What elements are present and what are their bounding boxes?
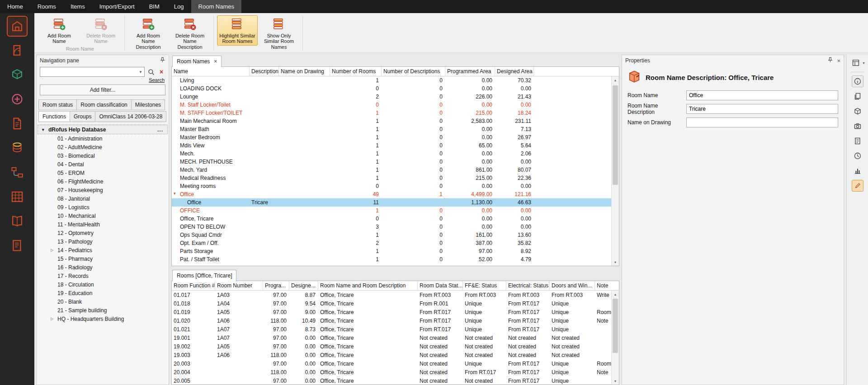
tree-root-menu-icon[interactable]: ... [157,127,168,133]
pin-icon[interactable] [827,57,833,64]
room-name-row[interactable]: Ops Squad Cmdr10161.0013.60 [172,231,611,239]
chart-icon[interactable] [852,165,863,177]
tree-item-01-administration[interactable]: 01 - Administration [37,134,169,143]
room-name-row[interactable]: Meeting rooms000.000.00 [172,182,611,190]
search-link[interactable]: Search [149,77,165,83]
building-icon[interactable] [7,187,28,207]
filter-tab-room-classification[interactable]: Room classification [76,99,131,110]
model-icon[interactable] [852,105,863,117]
room-row[interactable]: 19.0021A0597.000.00Office, TricareNot cr… [172,342,611,351]
room-name-row[interactable]: Pat. / Staff Toilet1052.004.79 [172,255,611,263]
room-name-row[interactable]: M. STAFF Locker/TOILET10215.0018.24 [172,109,611,117]
classification-tab-groups[interactable]: Groups [70,111,95,122]
items-icon[interactable] [7,65,28,85]
ribbon-button-highlight-similar-room-names[interactable]: Highlight Similar Room Names [217,15,258,46]
tree-item-13-pathology[interactable]: 13 - Pathology [37,237,169,246]
tree-item-17-records[interactable]: 17 - Records [37,272,169,280]
scroll-thumb[interactable] [613,85,618,185]
property-input-room-name-description[interactable] [686,104,838,114]
room-name-row[interactable]: LOADING DOCK000.000.00 [172,85,611,93]
tree-item-14-pediatrics[interactable]: ▷14 - Pediatrics [37,246,169,254]
scroll-down-icon[interactable]: ▼ [612,258,619,266]
classification-tab-omniclass-14-2006-03-28[interactable]: OmniClass 14 2006-03-28 [95,111,166,122]
tree-item-04-dental[interactable]: 04 - Dental [37,160,169,169]
room-name-row[interactable]: Parts Storage1097.008.92 [172,247,611,255]
rooms-scrollbar[interactable]: ▲▼ [611,291,619,385]
room-row[interactable]: 19.0031A06118.000.00Office, TricareNot c… [172,351,611,359]
room-name-row[interactable]: OFFICE100.000.00 [172,207,611,215]
room-row[interactable]: 01.0191A0597.009.00Office, TricareFrom R… [172,308,611,316]
tree-root[interactable]: ▾ dRofus Help Database ... [38,125,168,134]
tree-item-03-biomedical[interactable]: 03 - Biomedical [37,151,169,160]
room-name-row[interactable]: Mech. Yard10861.0080.07 [172,166,611,174]
tree-item-02-adultmedicine[interactable]: 02 - AdultMedicine [37,143,169,151]
column-header-designe[interactable]: Designe... [289,281,318,290]
log-icon[interactable] [7,235,28,256]
info-icon[interactable] [852,75,863,87]
search-input[interactable] [40,69,137,75]
ribbon-button-add-room-name[interactable]: Add Room Name [39,15,80,46]
tab-rooms-office-tricare[interactable]: Rooms [Office, Tricare] [172,270,236,281]
room-name-row[interactable]: OfficeTricare111,130.0046.63 [172,198,611,207]
room-row[interactable]: 20.00397.000.00Office, TricareNot create… [172,359,611,368]
ribbon-button-show-only-similar-room-names[interactable]: Show Only Similar Room Names [259,15,299,52]
column-header-ff-e-status[interactable]: FF&E: Status [463,281,506,290]
ribbon-button-delete-room-name-description[interactable]: Delete Room Name Description [170,15,210,52]
column-header-room-number[interactable]: Room Number [215,281,263,290]
clear-search-icon[interactable]: × [157,67,165,76]
column-header-room-function[interactable]: Room Function # [172,281,215,290]
close-icon[interactable]: × [214,59,217,64]
column-header-designed-area[interactable]: Designed Area [495,67,534,76]
room-row[interactable]: 20.004118.000.00Office, TricareNot creat… [172,368,611,376]
edit-note-icon[interactable] [852,180,863,192]
column-header-number-of-rooms[interactable]: Number of Rooms [330,67,382,76]
scroll-up-icon[interactable]: ▲ [612,76,619,84]
room-row[interactable]: 01.0171A0397.008.87Office, TricareFrom R… [172,291,611,299]
room-name-row[interactable]: Mdis View1065.005.64 [172,141,611,150]
tree-item-hq-headquarters-building[interactable]: ▷HQ - Headquarters Building [37,315,169,323]
room-name-row[interactable]: M. Staff Locker/Toilet000.000.00 [172,101,611,109]
medical-icon[interactable] [7,89,28,110]
room-names-scrollbar[interactable]: ▲▼ [611,76,619,266]
room-name-row[interactable]: Living100.0070.32 [172,76,611,85]
chevron-right-icon[interactable]: ▷ [51,317,53,321]
column-header-room-name-and-room-description[interactable]: Room Name and Room Description [318,281,418,290]
room-name-row[interactable]: Office, Tricare000.000.00 [172,215,611,223]
filter-tab-milestones[interactable]: Milestones [131,99,165,110]
column-header-number-of-descriptions[interactable]: Number of Descriptions [382,67,445,76]
room-name-row[interactable]: Opt. Exam / Off.20387.0035.82 [172,239,611,247]
chevron-right-icon[interactable]: ▷ [51,248,53,252]
room-name-row[interactable]: MECH. PENTHOUSE100.000.00 [172,158,611,166]
column-header-name-on-drawing[interactable]: Name on Drawing [279,67,330,76]
history-icon[interactable] [852,150,863,162]
tree-item-18-circulation[interactable]: 18 - Circulation [37,280,169,289]
column-header-room-data-stat[interactable]: Room Data Stat... [418,281,463,290]
tree-item-06-flightmedicine[interactable]: 06 - FlightMedicine [37,177,169,186]
column-header-note[interactable]: Note [595,281,619,290]
menu-item-log[interactable]: Log [167,0,191,13]
documents-icon[interactable] [7,113,28,134]
room-name-row[interactable]: ▾Office4914,499.00121.16 [172,190,611,198]
menu-item-bim[interactable]: BIM [142,0,167,13]
ribbon-button-add-room-name-description[interactable]: Add Room Name Description [128,15,169,52]
column-header-programmed-area[interactable]: Programmed Area [445,67,495,76]
room-name-row[interactable]: Main Mechanical Room102,583.00231.11 [172,117,611,125]
finance-icon[interactable] [7,138,28,159]
room-row[interactable]: 01.0181A0497.009.54Office, TricareFrom R… [172,299,611,308]
column-header-electrical-status[interactable]: Electrical: Status [506,281,550,290]
room-row[interactable]: 01.0201A06118.0010.49Office, TricareFrom… [172,316,611,325]
column-header-doors-and-win[interactable]: Doors and Win... [550,281,595,290]
filter-tab-room-status[interactable]: Room status [38,99,77,110]
chevron-down-icon[interactable]: ▾ [863,61,864,65]
tree-item-19-education[interactable]: 19 - Education [37,289,169,297]
door-icon[interactable] [7,40,28,61]
reports-icon[interactable] [7,211,28,232]
tab-room-names[interactable]: Room Names × [172,56,222,67]
property-input-name-on-drawing[interactable] [686,117,838,127]
close-icon[interactable]: × [837,58,840,64]
room-name-row[interactable]: Master Bedroom100.0026.97 [172,133,611,141]
tree-item-05-erom[interactable]: 05 - EROM [37,169,169,177]
menu-item-import-export[interactable]: Import/Export [92,0,142,13]
tree-item-15-pharmacy[interactable]: 15 - Pharmacy [37,254,169,263]
column-header-name[interactable]: Name [172,67,250,76]
